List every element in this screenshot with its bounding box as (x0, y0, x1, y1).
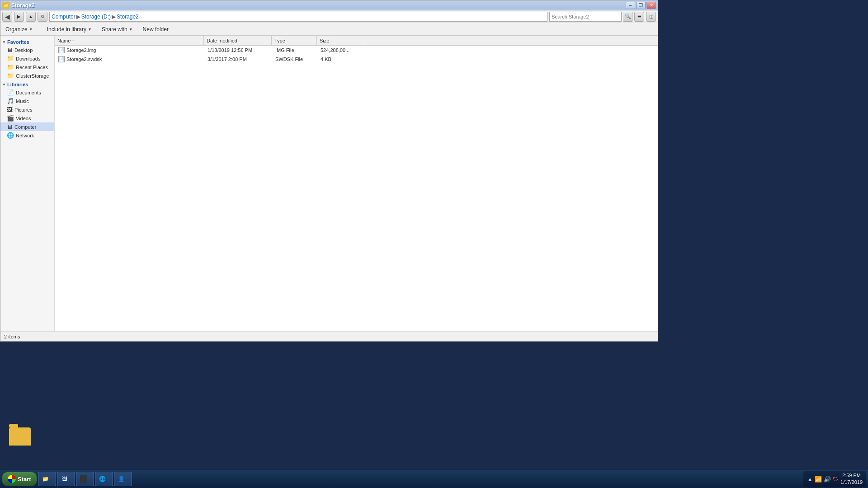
sidebar-item-music[interactable]: 🎵 Music (0, 97, 54, 105)
file-icon-0: 📄 (58, 47, 65, 53)
file-size-0: 524,288,00... (318, 47, 363, 53)
documents-icon: 📄 (7, 89, 14, 96)
file-name-text-0: Storage2.img (66, 47, 96, 53)
sidebar-cluster-storage-label: ClusterStorage (16, 73, 49, 79)
up-button[interactable]: ▲ (26, 12, 36, 22)
title-bar-left: 📁 Storage2 (2, 2, 34, 9)
title-controls: – ❐ ✕ (626, 2, 656, 9)
sidebar-favorites-header[interactable]: ▼ Favorites (0, 38, 54, 46)
forward-button[interactable]: ▶ (14, 12, 24, 22)
item-count: 2 items (4, 334, 20, 339)
tray-sound-icon[interactable]: 🔊 (824, 476, 831, 483)
address-bar: ◀ ▶ ▲ ↻ Computer ▶ Storage (D:) ▶ Storag… (0, 10, 658, 23)
title-bar: 📁 Storage2 – ❐ ✕ (0, 0, 658, 10)
include-in-library-label: Include in library (47, 26, 86, 33)
sidebar-network-label: Network (16, 133, 34, 138)
file-row-0[interactable]: 📄 Storage2.img 1/13/2019 12:56 PM IMG Fi… (55, 46, 658, 55)
taskbar: Start 📁 🖼 🌐 👤 ▲ 📶 🔊 🛡 2:59 PM 1/17/2019 (0, 470, 868, 488)
include-in-library-button[interactable]: Include in library ▼ (44, 25, 95, 34)
taskbar-icon-4: 👤 (118, 475, 125, 483)
restore-button[interactable]: ❐ (636, 2, 646, 9)
sidebar-item-downloads[interactable]: 📁 Downloads (0, 54, 54, 63)
tray-network-icon[interactable]: 📶 (815, 476, 822, 483)
sidebar-item-recent-places[interactable]: 📁 Recent Places (0, 63, 54, 71)
share-with-chevron: ▼ (129, 27, 133, 32)
taskbar-item-2[interactable] (76, 472, 94, 486)
tray-security-icon[interactable]: 🛡 (833, 476, 839, 483)
taskbar-item-3[interactable]: 🌐 (95, 472, 113, 486)
search-icon[interactable]: 🔍 (623, 12, 632, 22)
minimize-button[interactable]: – (626, 2, 635, 9)
explorer-window: 📁 Storage2 – ❐ ✕ ◀ ▶ ▲ ↻ Computer ▶ Stor… (0, 0, 658, 342)
sidebar-item-pictures[interactable]: 🖼 Pictures (0, 105, 54, 114)
taskbar-icon-1: 🖼 (61, 475, 68, 483)
favorites-label: Favorites (7, 39, 29, 45)
taskbar-item-0[interactable]: 📁 (38, 472, 56, 486)
view-options-button[interactable]: ☰ (634, 12, 644, 22)
downloads-folder-icon: 📁 (7, 55, 14, 62)
sidebar-item-desktop[interactable]: 🖥 Desktop (0, 46, 54, 54)
desktop-folder-icon[interactable] (9, 427, 31, 447)
libraries-label: Libraries (7, 82, 28, 87)
taskbar-item-4[interactable]: 👤 (114, 472, 132, 486)
path-drive[interactable]: Storage (D:) (81, 14, 111, 20)
col-header-name[interactable]: Name ↑ (55, 36, 204, 45)
pictures-icon: 🖼 (7, 106, 13, 113)
sidebar-item-cluster-storage[interactable]: 📁 ClusterStorage (0, 71, 54, 80)
organize-label: Organize (5, 26, 28, 33)
sidebar-desktop-label: Desktop (14, 47, 33, 53)
file-size-1: 4 KB (318, 56, 363, 62)
toolbar: Organize ▼ Include in library ▼ Share wi… (0, 23, 658, 36)
close-button[interactable]: ✕ (646, 2, 656, 9)
refresh-button[interactable]: ↻ (38, 12, 47, 22)
music-icon: 🎵 (7, 98, 14, 104)
share-with-button[interactable]: Share with ▼ (99, 25, 136, 34)
recent-places-icon: 📁 (7, 64, 14, 70)
clock-time: 2:59 PM (840, 472, 863, 479)
folder-shape (9, 427, 31, 446)
tray-arrow-icon[interactable]: ▲ (807, 476, 813, 483)
system-tray: ▲ 📶 🔊 🛡 2:59 PM 1/17/2019 (803, 471, 866, 487)
new-folder-button[interactable]: New folder (140, 25, 172, 34)
column-headers: Name ↑ Date modified Type Size (55, 36, 658, 46)
status-bar: 2 items (0, 331, 658, 341)
address-path[interactable]: Computer ▶ Storage (D:) ▶ Storage2 (49, 12, 547, 22)
sidebar-item-videos[interactable]: 🎬 Videos (0, 114, 54, 122)
file-type-1: SWDSK File (273, 56, 318, 62)
file-type-0: IMG File (273, 47, 318, 53)
sidebar-documents-label: Documents (16, 90, 41, 95)
videos-icon: 🎬 (7, 115, 14, 122)
start-button[interactable]: Start (2, 472, 37, 486)
search-box[interactable] (549, 12, 622, 22)
taskbar-icon-3: 🌐 (99, 475, 106, 483)
sidebar-pictures-label: Pictures (14, 107, 33, 113)
taskbar-icon-0: 📁 (42, 475, 49, 483)
back-button[interactable]: ◀ (2, 12, 12, 22)
clock: 2:59 PM 1/17/2019 (840, 472, 863, 486)
cluster-storage-icon: 📁 (7, 72, 14, 79)
path-computer[interactable]: Computer (52, 14, 75, 20)
window-icon: 📁 (2, 2, 9, 9)
sidebar-recent-places-label: Recent Places (16, 65, 48, 70)
path-folder[interactable]: Storage2 (117, 14, 139, 20)
file-name-0: 📄 Storage2.img (56, 47, 205, 53)
sidebar-item-network[interactable]: 🌐 Network (0, 131, 54, 140)
col-header-type[interactable]: Type (272, 36, 317, 45)
include-in-library-chevron: ▼ (88, 27, 92, 32)
organize-button[interactable]: Organize ▼ (2, 25, 36, 34)
preview-pane-button[interactable]: ◫ (646, 12, 656, 22)
computer-icon: 🖥 (7, 123, 13, 130)
sidebar: ▼ Favorites 🖥 Desktop 📁 Downloads 📁 Rece… (0, 36, 55, 331)
col-header-date[interactable]: Date modified (204, 36, 272, 45)
sidebar-item-documents[interactable]: 📄 Documents (0, 88, 54, 97)
taskbar-item-1[interactable]: 🖼 (57, 472, 75, 486)
new-folder-label: New folder (143, 26, 169, 33)
col-header-size[interactable]: Size (317, 36, 362, 45)
sidebar-computer-label: Computer (14, 124, 36, 130)
file-row-1[interactable]: 📄 Storage2.swdsk 3/1/2017 2:08 PM SWDSK … (55, 55, 658, 64)
sidebar-downloads-label: Downloads (16, 56, 40, 61)
sidebar-item-computer[interactable]: 🖥 Computer (0, 122, 54, 131)
col-type-label: Type (274, 38, 285, 43)
search-input[interactable] (552, 14, 619, 19)
sidebar-libraries-header[interactable]: ▼ Libraries (0, 80, 54, 88)
